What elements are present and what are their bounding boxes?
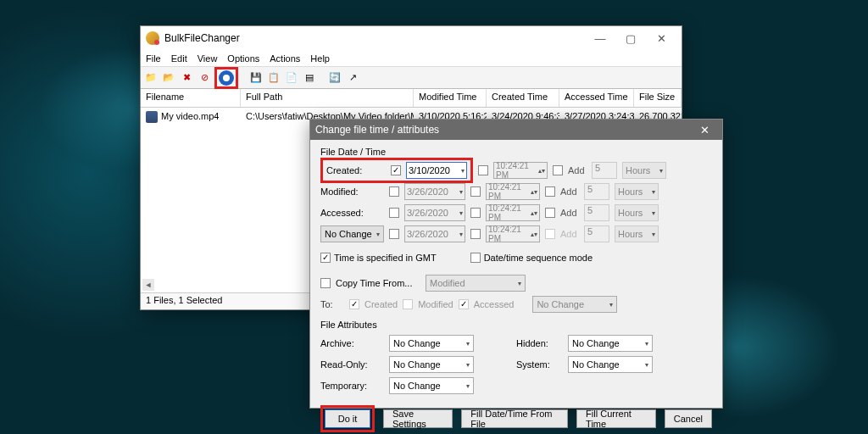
exit-icon[interactable]: ↗: [345, 70, 360, 86]
nochange-date-checkbox[interactable]: [389, 229, 399, 239]
temporary-select[interactable]: No Change▾: [389, 377, 474, 394]
modified-add-value[interactable]: 5: [584, 183, 609, 200]
nochange-add-unit[interactable]: Hours▾: [615, 225, 659, 242]
nochange-add-label: Add: [560, 229, 579, 239]
main-titlebar[interactable]: BulkFileChanger — ▢ ✕: [141, 26, 682, 50]
system-select[interactable]: No Change▾: [568, 356, 653, 373]
folder-icon[interactable]: 📂: [161, 70, 176, 86]
temporary-label: Temporary:: [320, 381, 384, 391]
list-icon[interactable]: ▤: [302, 70, 317, 86]
nochange-date-input[interactable]: 3/26/2020▾: [404, 225, 465, 242]
gmt-checkbox[interactable]: [320, 253, 331, 263]
created-date-input[interactable]: 3/10/2020▾: [406, 162, 467, 179]
nochange-time-input[interactable]: 10:24:21 PM▴▾: [486, 225, 540, 242]
readonly-label: Read-Only:: [320, 359, 384, 370]
copy-from-select[interactable]: Modified▾: [426, 275, 526, 292]
copy-from-checkbox[interactable]: [320, 278, 331, 288]
fill-from-file-button[interactable]: Fill Date/Time From File: [461, 409, 568, 428]
created-time-checkbox[interactable]: [478, 165, 488, 175]
created-label: Created:: [326, 165, 386, 175]
col-fullpath[interactable]: Full Path: [241, 89, 414, 107]
to-select[interactable]: No Change▾: [532, 296, 617, 313]
gmt-label: Time is specified in GMT: [334, 253, 437, 263]
nochange-select[interactable]: No Change▾: [320, 225, 384, 242]
copy-from-label: Copy Time From...: [336, 278, 420, 288]
accessed-add-checkbox[interactable]: [545, 208, 555, 218]
accessed-date-input[interactable]: 3/26/2020▾: [404, 204, 465, 221]
save-settings-button[interactable]: Save Settings: [383, 409, 453, 428]
modified-date-input[interactable]: 3/26/2020▾: [404, 183, 465, 200]
section-attributes: File Attributes: [320, 320, 712, 330]
red-stop-icon[interactable]: ⊘: [197, 70, 212, 86]
folder-add-icon[interactable]: 📁: [143, 70, 159, 86]
change-time-button-highlight: [214, 67, 238, 89]
col-created[interactable]: Created Time: [487, 89, 559, 107]
toolbar: 📁 📂 ✖ ⊘ 💾 📋 📄 ▤ 🔄 ↗: [141, 67, 682, 89]
readonly-select[interactable]: No Change▾: [389, 356, 474, 373]
hidden-label: Hidden:: [516, 338, 563, 348]
nochange-add-checkbox[interactable]: [545, 229, 555, 239]
menu-edit[interactable]: Edit: [171, 53, 187, 64]
created-date-checkbox[interactable]: [391, 165, 401, 175]
scroll-left-icon[interactable]: ◄: [142, 279, 154, 291]
sequence-label: Date/time sequence mode: [484, 253, 593, 263]
doit-button[interactable]: Do it: [325, 409, 370, 428]
change-time-dialog: Change file time / attributes ✕ File Dat…: [309, 119, 723, 409]
to-modified-label: Modified: [418, 299, 453, 309]
dialog-titlebar[interactable]: Change file time / attributes ✕: [310, 120, 722, 140]
created-add-value[interactable]: 5: [592, 162, 617, 179]
archive-select[interactable]: No Change▾: [389, 335, 474, 352]
copy-icon[interactable]: 📋: [266, 70, 281, 86]
minimize-button[interactable]: —: [585, 29, 615, 47]
to-accessed-label: Accessed: [474, 299, 515, 309]
app-icon: [146, 31, 159, 45]
accessed-time-input[interactable]: 10:24:21 PM▴▾: [486, 204, 540, 221]
dialog-close-button[interactable]: ✕: [692, 120, 717, 139]
accessed-add-value[interactable]: 5: [584, 204, 609, 221]
system-label: System:: [516, 359, 563, 370]
video-file-icon: [146, 111, 158, 123]
nochange-add-value[interactable]: 5: [584, 225, 609, 242]
red-x-icon[interactable]: ✖: [179, 70, 194, 86]
accessed-date-checkbox[interactable]: [389, 208, 399, 218]
menu-actions[interactable]: Actions: [270, 53, 300, 64]
modified-time-checkbox[interactable]: [470, 186, 481, 197]
close-button[interactable]: ✕: [646, 29, 676, 47]
menu-view[interactable]: View: [198, 53, 218, 64]
created-row-highlight: Created: 3/10/2020▾: [320, 158, 473, 183]
to-accessed-checkbox[interactable]: [459, 299, 469, 309]
cancel-button[interactable]: Cancel: [665, 409, 712, 428]
menu-file[interactable]: File: [146, 53, 161, 64]
accessed-add-unit[interactable]: Hours▾: [615, 204, 659, 221]
modified-add-checkbox[interactable]: [545, 186, 555, 197]
menu-help[interactable]: Help: [310, 53, 330, 64]
to-modified-checkbox[interactable]: [403, 299, 413, 309]
to-created-checkbox[interactable]: [349, 299, 359, 309]
column-headers: Filename Full Path Modified Time Created…: [141, 89, 682, 108]
modified-label: Modified:: [320, 186, 384, 197]
accessed-time-checkbox[interactable]: [470, 208, 481, 218]
col-modified[interactable]: Modified Time: [414, 89, 487, 107]
modified-add-unit[interactable]: Hours▾: [615, 183, 659, 200]
created-time-input[interactable]: 10:24:21 PM▴▾: [493, 162, 548, 179]
col-accessed[interactable]: Accessed Time: [559, 89, 634, 107]
col-filesize[interactable]: File Size: [634, 89, 682, 107]
col-filename[interactable]: Filename: [141, 89, 241, 107]
accessed-label: Accessed:: [320, 208, 384, 218]
sequence-checkbox[interactable]: [470, 253, 481, 263]
maximize-button[interactable]: ▢: [615, 29, 646, 47]
created-add-checkbox[interactable]: [553, 165, 563, 175]
fill-current-time-button[interactable]: Fill Current Time: [576, 409, 656, 428]
hidden-select[interactable]: No Change▾: [568, 335, 653, 352]
change-time-icon[interactable]: [219, 70, 234, 86]
modified-date-checkbox[interactable]: [389, 186, 399, 197]
refresh-icon[interactable]: 🔄: [327, 70, 342, 86]
archive-label: Archive:: [320, 338, 384, 348]
created-add-unit[interactable]: Hours▾: [622, 162, 666, 179]
nochange-time-checkbox[interactable]: [470, 229, 481, 239]
to-label: To:: [320, 299, 344, 309]
modified-time-input[interactable]: 10:24:21 PM▴▾: [486, 183, 540, 200]
menu-options[interactable]: Options: [227, 53, 259, 64]
paste-icon[interactable]: 📄: [284, 70, 299, 86]
save-icon[interactable]: 💾: [248, 70, 264, 86]
